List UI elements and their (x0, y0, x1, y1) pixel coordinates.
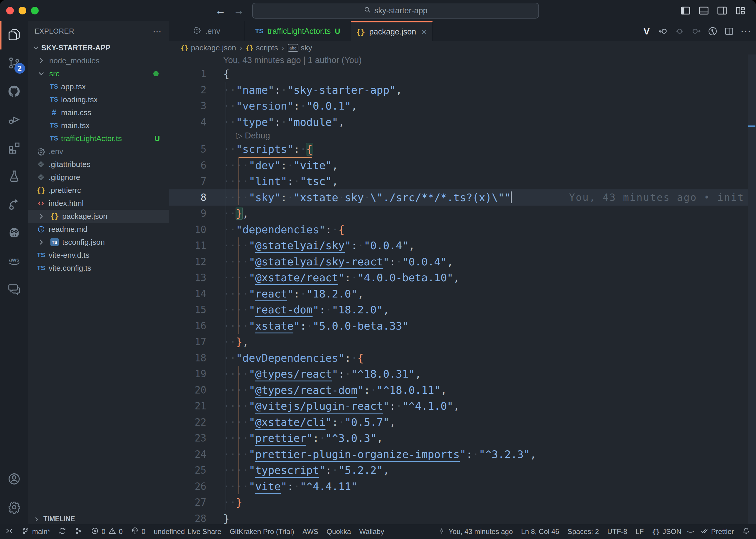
dependency-link[interactable]: @statelyai/sky-react (255, 256, 383, 269)
status-feedback[interactable]: ) (690, 527, 692, 536)
status-problems[interactable]: 00 (91, 527, 123, 537)
code-line-26[interactable]: 26····"vite":·"^4.4.11" (169, 478, 748, 495)
status-gitkraken[interactable]: GitKraken Pro (Trial) (230, 527, 294, 536)
dependency-link[interactable]: @vitejs/plugin-react (255, 400, 383, 414)
activity-source-control-button[interactable]: 2 (0, 49, 28, 78)
status-remote[interactable] (5, 527, 13, 537)
tree-item-main-tsx[interactable]: TSmain.tsx (28, 119, 169, 132)
status-encoding[interactable]: UTF-8 (607, 527, 627, 536)
activity-settings-button[interactable] (0, 494, 28, 522)
activity-quokka-button[interactable] (0, 219, 28, 247)
activity-aws-button[interactable]: aws (0, 247, 28, 276)
code-line-20[interactable]: 20····"@types/react-dom":·"^18.0.11", (169, 382, 748, 398)
breadcrumb-item-package-json[interactable]: {}package.json (181, 43, 236, 52)
status-live-share[interactable]: undefinedLive Share (153, 527, 221, 536)
v-indicator-icon[interactable]: V (641, 26, 652, 37)
code-line-14[interactable]: 14····"react":·"18.2.0", (169, 286, 748, 302)
toggle-panel-icon[interactable] (698, 5, 709, 17)
code-line-7[interactable]: 7····"lint":·"tsc", (169, 173, 748, 190)
dependency-link[interactable]: @xstate/react (255, 271, 338, 285)
code-line-13[interactable]: 13····"@xstate/react":·"4.0.0-beta.10", (169, 270, 748, 286)
customize-layout-icon[interactable] (735, 5, 746, 17)
dependency-link[interactable]: xstate (255, 320, 293, 334)
tree-item-src[interactable]: src (28, 67, 169, 80)
close-tab-icon[interactable]: × (421, 27, 427, 38)
zoom-window-button[interactable] (31, 7, 39, 14)
tree-item-tsconfig-json[interactable]: TStsconfig.json (28, 236, 169, 249)
tree-item-trafficlightactor-ts[interactable]: TStrafficLightActor.tsU (28, 132, 169, 145)
activity-run-debug-button[interactable] (0, 106, 28, 134)
tree-item--prettierrc[interactable]: {}.prettierrc (28, 184, 169, 197)
tree-item--gitignore[interactable]: .gitignore (28, 171, 169, 184)
status-language-mode[interactable]: {}JSON (652, 527, 681, 536)
codelens-debug[interactable]: ▷ Debug (169, 130, 748, 141)
tab-trafficlightactor[interactable]: TStrafficLightActor.tsU (245, 21, 351, 41)
dependency-link[interactable]: @types/react-dom (255, 384, 357, 398)
toggle-secondary-sidebar-icon[interactable] (716, 5, 728, 17)
dependency-link[interactable]: react-dom (255, 304, 313, 317)
code-line-10[interactable]: 10··"dependencies":·{ (169, 221, 748, 238)
open-changes-next-icon[interactable] (691, 26, 702, 36)
editor-scrollbar[interactable] (748, 54, 756, 524)
tree-item--env[interactable]: .env (28, 145, 169, 158)
status-aws[interactable]: AWS (303, 527, 319, 536)
code-line-24[interactable]: 24····"prettier-plugin-organize-imports"… (169, 446, 748, 462)
tree-item-node-modules[interactable]: node_modules (28, 54, 169, 67)
more-actions-icon[interactable]: ⋯ (740, 25, 751, 38)
code-line-17[interactable]: 17··}, (169, 334, 748, 350)
dependency-link[interactable]: @statelyai/sky (255, 239, 344, 253)
status-quokka[interactable]: Quokka (327, 527, 351, 536)
tree-item-vite-env-d-ts[interactable]: TSvite-env.d.ts (28, 249, 169, 262)
dependency-link[interactable]: prettier-plugin-organize-imports (255, 448, 460, 462)
status-sync[interactable] (58, 527, 66, 537)
code-line-19[interactable]: 19····"@types/react":·"^18.0.31", (169, 366, 748, 382)
dependency-link[interactable]: typescript (255, 464, 319, 478)
code-editor[interactable]: You, 43 minutes ago | 1 author (You)1{2·… (169, 54, 748, 524)
code-line-1[interactable]: 1{ (169, 66, 748, 82)
code-line-2[interactable]: 2··"name":·"sky-starter-app", (169, 82, 748, 98)
status-notifications[interactable] (742, 527, 750, 537)
code-line-5[interactable]: 5··"scripts":·{ (169, 141, 748, 157)
status-compare[interactable] (75, 527, 83, 537)
code-line-22[interactable]: 22····"@xstate/cli":·"0.5.7", (169, 414, 748, 430)
tree-item-index-html[interactable]: index.html (28, 197, 169, 210)
code-line-18[interactable]: 18··"devDependencies":·{ (169, 350, 748, 366)
code-line-3[interactable]: 3··"version":·"0.0.1", (169, 98, 748, 114)
tree-item-loading-tsx[interactable]: TSloading.tsx (28, 93, 169, 106)
tree-item-main-css[interactable]: #main.css (28, 106, 169, 119)
tree-item-app-tsx[interactable]: TSapp.tsx (28, 80, 169, 93)
activity-comments-button[interactable] (0, 276, 28, 304)
code-line-9[interactable]: 9··}, (169, 205, 748, 221)
gitlens-commit-icon[interactable] (707, 26, 718, 36)
code-line-11[interactable]: 11····"@statelyai/sky":·"0.0.4", (169, 237, 748, 254)
code-line-15[interactable]: 15····"react-dom":·"18.2.0", (169, 302, 748, 318)
dependency-link[interactable]: @xstate/cli (255, 416, 325, 430)
status-git-branch[interactable]: main* (22, 527, 50, 537)
tree-root-folder[interactable]: SKY-STARTER-APP (28, 41, 169, 54)
tree-item-readme-md[interactable]: readme.md (28, 223, 169, 236)
code-line-12[interactable]: 12····"@statelyai/sky-react":·"0.0.4", (169, 254, 748, 270)
activity-github-button[interactable] (0, 78, 28, 106)
code-line-21[interactable]: 21····"@vitejs/plugin-react":·"^4.1.0", (169, 398, 748, 414)
code-line-27[interactable]: 27··} (169, 494, 748, 510)
tree-item--gitattributes[interactable]: .gitattributes (28, 158, 169, 171)
toggle-primary-sidebar-icon[interactable] (680, 5, 691, 17)
code-line-25[interactable]: 25····"typescript":·"5.2.2", (169, 462, 748, 478)
tab-package-json[interactable]: {}package.json× (351, 21, 432, 41)
status-indentation[interactable]: Spaces: 2 (568, 527, 599, 536)
activity-testing-button[interactable] (0, 163, 28, 191)
open-changes-prev-icon[interactable] (658, 26, 669, 36)
minimize-window-button[interactable] (19, 7, 26, 14)
status-prettier[interactable]: Prettier (701, 527, 734, 537)
tree-item-package-json[interactable]: {}package.json (28, 210, 169, 223)
code-line-4[interactable]: 4··"type":·"module", (169, 114, 748, 130)
code-line-6[interactable]: 6····"dev":·"vite", (169, 157, 748, 174)
forward-arrow-icon[interactable]: → (234, 4, 244, 17)
status-cursor-position[interactable]: Ln 8, Col 46 (521, 527, 559, 536)
code-line-16[interactable]: 16····"xstate":·"5.0.0-beta.33" (169, 318, 748, 334)
tab-env[interactable]: .env (169, 21, 245, 41)
timeline-section[interactable]: TIMELINE (28, 514, 169, 524)
back-arrow-icon[interactable]: ← (215, 4, 226, 17)
code-line-8[interactable]: 8····"sky":·"xstate·sky·\"./src/**/*.ts?… (169, 190, 748, 205)
activity-explorer-button[interactable] (0, 21, 28, 49)
